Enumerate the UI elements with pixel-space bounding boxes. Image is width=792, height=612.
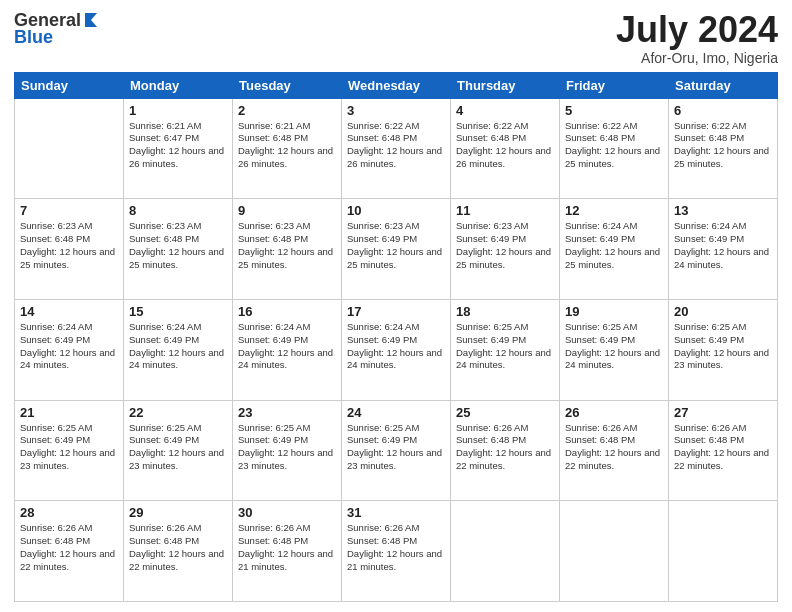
calendar-week-row: 7Sunrise: 6:23 AM Sunset: 6:48 PM Daylig… [15,199,778,300]
day-info: Sunrise: 6:21 AM Sunset: 6:48 PM Dayligh… [238,120,336,171]
calendar-header-row: SundayMondayTuesdayWednesdayThursdayFrid… [15,72,778,98]
calendar-cell: 1Sunrise: 6:21 AM Sunset: 6:47 PM Daylig… [124,98,233,199]
day-number: 26 [565,405,663,420]
day-number: 19 [565,304,663,319]
calendar-cell: 21Sunrise: 6:25 AM Sunset: 6:49 PM Dayli… [15,400,124,501]
calendar-cell: 14Sunrise: 6:24 AM Sunset: 6:49 PM Dayli… [15,299,124,400]
day-number: 20 [674,304,772,319]
day-info: Sunrise: 6:24 AM Sunset: 6:49 PM Dayligh… [674,220,772,271]
calendar-cell: 31Sunrise: 6:26 AM Sunset: 6:48 PM Dayli… [342,501,451,602]
weekday-header: Tuesday [233,72,342,98]
calendar-cell: 13Sunrise: 6:24 AM Sunset: 6:49 PM Dayli… [669,199,778,300]
weekday-header: Monday [124,72,233,98]
calendar-cell: 23Sunrise: 6:25 AM Sunset: 6:49 PM Dayli… [233,400,342,501]
weekday-header: Thursday [451,72,560,98]
day-number: 9 [238,203,336,218]
calendar-cell: 4Sunrise: 6:22 AM Sunset: 6:48 PM Daylig… [451,98,560,199]
day-info: Sunrise: 6:25 AM Sunset: 6:49 PM Dayligh… [20,422,118,473]
day-number: 23 [238,405,336,420]
day-info: Sunrise: 6:24 AM Sunset: 6:49 PM Dayligh… [238,321,336,372]
calendar-cell: 11Sunrise: 6:23 AM Sunset: 6:49 PM Dayli… [451,199,560,300]
calendar-cell: 16Sunrise: 6:24 AM Sunset: 6:49 PM Dayli… [233,299,342,400]
day-number: 13 [674,203,772,218]
logo-icon [83,9,103,29]
weekday-header: Friday [560,72,669,98]
calendar-cell: 29Sunrise: 6:26 AM Sunset: 6:48 PM Dayli… [124,501,233,602]
calendar-cell: 6Sunrise: 6:22 AM Sunset: 6:48 PM Daylig… [669,98,778,199]
day-number: 5 [565,103,663,118]
day-number: 7 [20,203,118,218]
day-number: 29 [129,505,227,520]
day-info: Sunrise: 6:21 AM Sunset: 6:47 PM Dayligh… [129,120,227,171]
day-info: Sunrise: 6:26 AM Sunset: 6:48 PM Dayligh… [20,522,118,573]
day-number: 15 [129,304,227,319]
day-info: Sunrise: 6:23 AM Sunset: 6:48 PM Dayligh… [129,220,227,271]
day-number: 17 [347,304,445,319]
day-info: Sunrise: 6:24 AM Sunset: 6:49 PM Dayligh… [20,321,118,372]
calendar-week-row: 21Sunrise: 6:25 AM Sunset: 6:49 PM Dayli… [15,400,778,501]
weekday-header: Sunday [15,72,124,98]
day-number: 6 [674,103,772,118]
calendar-week-row: 28Sunrise: 6:26 AM Sunset: 6:48 PM Dayli… [15,501,778,602]
day-number: 12 [565,203,663,218]
day-info: Sunrise: 6:26 AM Sunset: 6:48 PM Dayligh… [456,422,554,473]
day-info: Sunrise: 6:25 AM Sunset: 6:49 PM Dayligh… [238,422,336,473]
day-info: Sunrise: 6:26 AM Sunset: 6:48 PM Dayligh… [347,522,445,573]
calendar-cell: 3Sunrise: 6:22 AM Sunset: 6:48 PM Daylig… [342,98,451,199]
day-number: 22 [129,405,227,420]
calendar-cell: 26Sunrise: 6:26 AM Sunset: 6:48 PM Dayli… [560,400,669,501]
day-number: 27 [674,405,772,420]
day-info: Sunrise: 6:22 AM Sunset: 6:48 PM Dayligh… [565,120,663,171]
month-title: July 2024 [616,10,778,50]
logo: General Blue [14,10,103,48]
calendar-cell: 8Sunrise: 6:23 AM Sunset: 6:48 PM Daylig… [124,199,233,300]
day-info: Sunrise: 6:24 AM Sunset: 6:49 PM Dayligh… [565,220,663,271]
day-info: Sunrise: 6:26 AM Sunset: 6:48 PM Dayligh… [674,422,772,473]
day-info: Sunrise: 6:23 AM Sunset: 6:49 PM Dayligh… [347,220,445,271]
day-number: 31 [347,505,445,520]
calendar-cell: 27Sunrise: 6:26 AM Sunset: 6:48 PM Dayli… [669,400,778,501]
calendar-cell: 19Sunrise: 6:25 AM Sunset: 6:49 PM Dayli… [560,299,669,400]
page: General Blue July 2024 Afor-Oru, Imo, Ni… [0,0,792,612]
calendar-cell [669,501,778,602]
day-info: Sunrise: 6:22 AM Sunset: 6:48 PM Dayligh… [456,120,554,171]
day-number: 4 [456,103,554,118]
day-number: 18 [456,304,554,319]
calendar-cell: 2Sunrise: 6:21 AM Sunset: 6:48 PM Daylig… [233,98,342,199]
day-info: Sunrise: 6:23 AM Sunset: 6:48 PM Dayligh… [20,220,118,271]
calendar-cell: 18Sunrise: 6:25 AM Sunset: 6:49 PM Dayli… [451,299,560,400]
day-number: 10 [347,203,445,218]
calendar-cell: 30Sunrise: 6:26 AM Sunset: 6:48 PM Dayli… [233,501,342,602]
location: Afor-Oru, Imo, Nigeria [616,50,778,66]
day-info: Sunrise: 6:22 AM Sunset: 6:48 PM Dayligh… [674,120,772,171]
calendar-cell: 28Sunrise: 6:26 AM Sunset: 6:48 PM Dayli… [15,501,124,602]
calendar-cell: 9Sunrise: 6:23 AM Sunset: 6:48 PM Daylig… [233,199,342,300]
day-info: Sunrise: 6:26 AM Sunset: 6:48 PM Dayligh… [238,522,336,573]
calendar-week-row: 14Sunrise: 6:24 AM Sunset: 6:49 PM Dayli… [15,299,778,400]
day-number: 3 [347,103,445,118]
day-number: 2 [238,103,336,118]
day-number: 11 [456,203,554,218]
header: General Blue July 2024 Afor-Oru, Imo, Ni… [14,10,778,66]
calendar-cell: 12Sunrise: 6:24 AM Sunset: 6:49 PM Dayli… [560,199,669,300]
day-number: 30 [238,505,336,520]
title-block: July 2024 Afor-Oru, Imo, Nigeria [616,10,778,66]
calendar-cell: 10Sunrise: 6:23 AM Sunset: 6:49 PM Dayli… [342,199,451,300]
day-number: 21 [20,405,118,420]
calendar-cell [15,98,124,199]
calendar-week-row: 1Sunrise: 6:21 AM Sunset: 6:47 PM Daylig… [15,98,778,199]
calendar-cell: 24Sunrise: 6:25 AM Sunset: 6:49 PM Dayli… [342,400,451,501]
day-number: 1 [129,103,227,118]
day-number: 16 [238,304,336,319]
day-info: Sunrise: 6:24 AM Sunset: 6:49 PM Dayligh… [129,321,227,372]
day-info: Sunrise: 6:25 AM Sunset: 6:49 PM Dayligh… [565,321,663,372]
calendar-cell: 20Sunrise: 6:25 AM Sunset: 6:49 PM Dayli… [669,299,778,400]
day-info: Sunrise: 6:23 AM Sunset: 6:49 PM Dayligh… [456,220,554,271]
calendar-cell: 22Sunrise: 6:25 AM Sunset: 6:49 PM Dayli… [124,400,233,501]
day-number: 25 [456,405,554,420]
day-number: 24 [347,405,445,420]
weekday-header: Wednesday [342,72,451,98]
calendar-cell: 17Sunrise: 6:24 AM Sunset: 6:49 PM Dayli… [342,299,451,400]
day-number: 8 [129,203,227,218]
svg-marker-0 [85,13,97,27]
